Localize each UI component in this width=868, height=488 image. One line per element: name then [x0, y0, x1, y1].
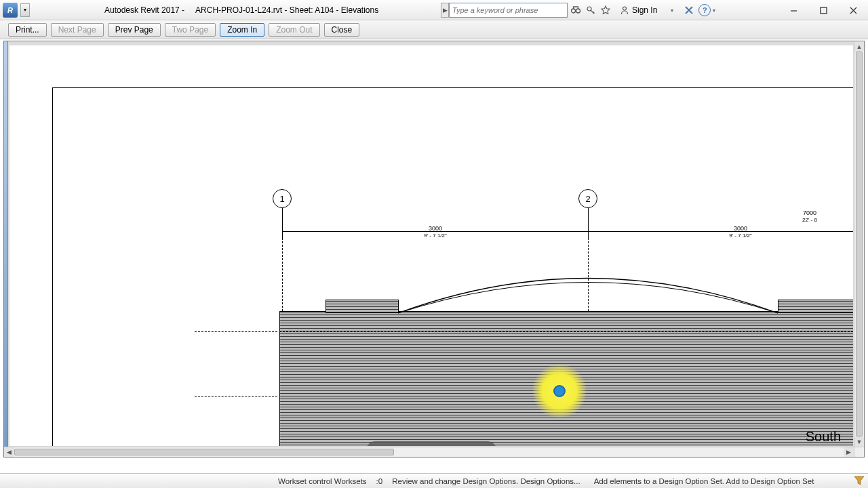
preview-viewport: 1 2 7000 22' - 8 3000 9' - 7 1/2" 3000 9… [3, 41, 865, 458]
scroll-left-icon[interactable]: ◀ [4, 447, 14, 457]
print-button[interactable]: Print... [8, 23, 47, 37]
zoom-out-button[interactable]: Zoom Out [269, 23, 319, 37]
dim-seg2-feet: 9' - 7 1/2" [729, 232, 752, 239]
curved-roof-icon [398, 270, 778, 314]
dim-seg1-feet: 9' - 7 1/2" [424, 232, 447, 239]
cursor-dot-icon [553, 385, 566, 397]
cursor-highlight-icon [532, 364, 587, 418]
status-workset[interactable]: Workset control Worksets [271, 477, 374, 485]
app-menu-dropdown[interactable]: ▾ [20, 3, 30, 17]
horizontal-scrollbar[interactable]: ◀ ▶ [4, 447, 854, 457]
grid-bubble-1: 1 [273, 189, 292, 208]
next-page-button[interactable]: Next Page [51, 23, 104, 37]
dim-line-segments [282, 231, 853, 232]
parapet-right [778, 300, 853, 313]
view-name-label: South [806, 429, 841, 445]
minimize-button[interactable] [778, 0, 808, 20]
app-name: Autodesk Revit 2017 - [104, 5, 184, 15]
help-button[interactable]: ? ▾ [698, 4, 715, 16]
wall-band-line [279, 331, 853, 332]
level-line-b [195, 396, 277, 396]
prev-page-button[interactable]: Prev Page [108, 23, 161, 37]
vertical-scrollbar[interactable]: ▲ ▼ [854, 41, 864, 447]
window-title: Autodesk Revit 2017 - ARCH-PROJ-01-L24.r… [104, 5, 378, 15]
app-logo-icon[interactable]: R [3, 3, 18, 18]
help-icon: ? [698, 4, 711, 16]
dim-overall-feet: 22' - 8 [802, 217, 817, 223]
dim-overall-value: 7000 [803, 209, 816, 216]
grid-bubble-2: 2 [578, 189, 597, 208]
status-add-to-option-set[interactable]: Add elements to a Design Option Set. Add… [587, 477, 821, 485]
close-button[interactable] [838, 0, 868, 20]
vscroll-thumb[interactable] [856, 52, 863, 436]
close-preview-button[interactable]: Close [324, 23, 360, 37]
svg-point-3 [623, 7, 627, 10]
document-name: ARCH-PROJ-01-L24.rvt - Sheet: A104 - Ele… [195, 5, 378, 15]
parapet-left [326, 300, 399, 313]
watermark-label: www.CADclips.com [366, 441, 497, 446]
paper-area[interactable]: 1 2 7000 22' - 8 3000 9' - 7 1/2" 3000 9… [9, 45, 853, 446]
signin-caret-icon: ▾ [671, 7, 673, 14]
maximize-button[interactable] [808, 0, 838, 20]
signin-label: Sign In [632, 5, 657, 15]
svg-point-1 [576, 9, 580, 13]
scroll-down-icon[interactable]: ▼ [854, 436, 864, 447]
star-icon[interactable] [597, 3, 612, 18]
title-bar: R ▾ Autodesk Revit 2017 - ARCH-PROJ-01-L… [0, 0, 868, 20]
window-controls [778, 0, 868, 20]
status-filter-icon[interactable] [853, 474, 865, 487]
level-line-a [195, 331, 277, 332]
search-group: ▶ Sign In ▾ ? ▾ [441, 2, 715, 18]
search-expand-icon[interactable]: ▶ [441, 3, 449, 18]
scroll-corner [854, 447, 864, 457]
two-page-button[interactable]: Two Page [165, 23, 216, 37]
scroll-right-icon[interactable]: ▶ [844, 447, 854, 457]
print-preview-toolbar: Print... Next Page Prev Page Two Page Zo… [0, 20, 868, 39]
exchange-apps-icon[interactable] [681, 3, 696, 18]
zoom-in-button[interactable]: Zoom In [220, 23, 264, 37]
dim-seg2-value: 3000 [734, 225, 747, 232]
status-count: :0 [374, 477, 386, 485]
dim-witness-2 [588, 208, 589, 238]
drawing-canvas: 1 2 7000 22' - 8 3000 9' - 7 1/2" 3000 9… [52, 87, 853, 446]
scroll-up-icon[interactable]: ▲ [854, 41, 864, 52]
search-input[interactable] [449, 3, 568, 18]
help-caret-icon: ▾ [713, 7, 715, 14]
dim-seg1-value: 3000 [429, 225, 442, 232]
svg-point-0 [571, 9, 575, 13]
signin-button[interactable]: Sign In ▾ [616, 3, 677, 18]
left-panel-strip[interactable] [4, 41, 8, 457]
status-bar: Workset control Worksets :0 Review and c… [0, 473, 868, 488]
search-binoculars-icon[interactable] [568, 3, 583, 18]
dim-witness-1 [282, 208, 283, 238]
svg-rect-5 [821, 7, 827, 14]
status-design-options[interactable]: Review and change Design Options. Design… [385, 477, 587, 485]
key-icon[interactable] [583, 3, 597, 18]
hscroll-track[interactable] [14, 447, 844, 457]
hscroll-thumb[interactable] [14, 449, 394, 455]
